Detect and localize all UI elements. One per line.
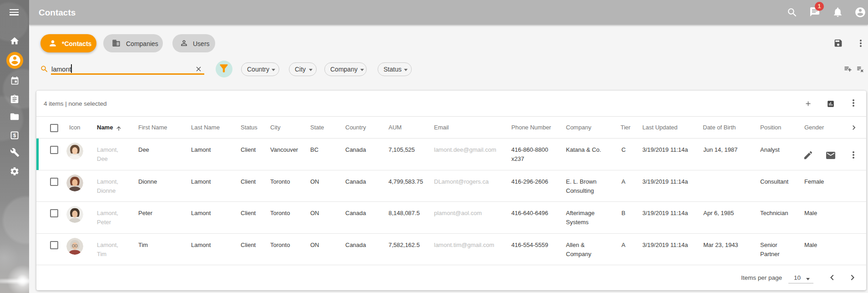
- svg-text:$: $: [13, 132, 16, 138]
